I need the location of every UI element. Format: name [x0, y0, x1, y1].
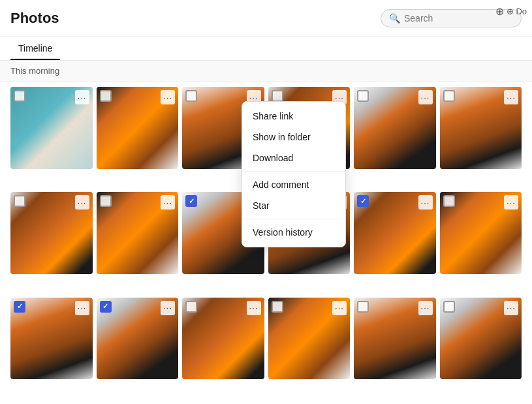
photo-checkbox-checked[interactable] — [357, 195, 369, 207]
photo-checkbox[interactable] — [443, 301, 455, 313]
search-icon: 🔍 — [389, 13, 400, 23]
context-menu-item-share-link[interactable]: Share link — [242, 106, 345, 127]
photo-item[interactable]: ··· — [354, 298, 436, 380]
photo-checkbox[interactable] — [100, 90, 112, 102]
photo-menu-btn[interactable]: ··· — [504, 301, 518, 315]
photo-item[interactable]: ··· — [354, 87, 436, 169]
context-menu-item-version-history[interactable]: Version history — [242, 222, 345, 243]
app-title: Photos — [10, 10, 59, 27]
photo-checkbox-checked[interactable] — [100, 301, 112, 313]
photo-menu-btn[interactable]: ··· — [418, 90, 433, 104]
photo-checkbox-checked[interactable] — [14, 301, 25, 313]
photo-checkbox-checked[interactable] — [185, 195, 197, 207]
photo-checkbox[interactable] — [272, 301, 283, 313]
photo-item[interactable]: ··· — [440, 298, 522, 380]
photo-checkbox[interactable] — [357, 301, 369, 313]
photo-checkbox[interactable] — [14, 195, 25, 207]
photo-checkbox[interactable] — [272, 90, 283, 102]
photo-item[interactable]: ··· — [182, 298, 264, 380]
photo-checkbox[interactable] — [357, 90, 369, 102]
photo-item-selected[interactable]: ··· — [354, 192, 436, 274]
photo-menu-btn[interactable]: ··· — [332, 301, 347, 315]
photo-checkbox[interactable] — [185, 90, 197, 102]
context-menu-item-download[interactable]: Download — [242, 148, 345, 168]
photo-item[interactable]: ··· — [440, 192, 522, 274]
context-menu-divider — [242, 171, 345, 172]
photo-checkbox[interactable] — [443, 90, 455, 102]
context-menu-item-show-in-folder[interactable]: Show in folder — [242, 127, 345, 148]
section-label-this-morning: This morning — [0, 61, 532, 82]
do-button-label: ⊕ Do — [507, 7, 527, 16]
tab-timeline[interactable]: Timeline — [10, 38, 60, 60]
photo-menu-btn[interactable]: ··· — [75, 301, 89, 315]
context-menu: Share link Show in folder Download Add c… — [242, 101, 346, 247]
photo-menu-btn[interactable]: ··· — [418, 301, 433, 315]
photo-checkbox[interactable] — [443, 195, 455, 207]
photo-item[interactable]: ··· — [268, 298, 351, 380]
photo-menu-btn[interactable]: ··· — [504, 90, 518, 104]
photo-item[interactable]: ··· — [97, 192, 179, 274]
photo-item-selected[interactable]: ··· — [10, 298, 93, 380]
photo-menu-btn[interactable]: ··· — [504, 195, 518, 210]
circle-plus-icon: ⊕ — [495, 5, 504, 18]
photo-checkbox[interactable] — [14, 90, 25, 102]
photo-menu-btn[interactable]: ··· — [75, 90, 89, 104]
context-menu-item-add-comment[interactable]: Add comment — [242, 174, 345, 195]
photo-checkbox[interactable] — [100, 195, 112, 207]
photo-item[interactable]: ··· — [10, 87, 93, 169]
do-button[interactable]: ⊕ ⊕ Do — [490, 3, 532, 20]
photo-menu-btn[interactable]: ··· — [247, 301, 261, 315]
context-menu-item-star[interactable]: Star — [242, 195, 345, 216]
photo-menu-btn[interactable]: ··· — [161, 90, 175, 104]
photo-menu-btn[interactable]: ··· — [161, 301, 175, 315]
context-menu-divider-2 — [242, 219, 345, 219]
nav-tabs: Timeline — [0, 37, 532, 61]
photo-item-selected[interactable]: ··· — [97, 298, 179, 380]
photo-menu-btn[interactable]: ··· — [418, 195, 433, 210]
photo-item[interactable]: ··· — [440, 87, 522, 169]
top-bar: Photos 🔍 — [0, 0, 532, 37]
photo-checkbox[interactable] — [185, 301, 197, 313]
photo-item[interactable]: ··· — [10, 192, 93, 274]
photo-menu-btn[interactable]: ··· — [161, 195, 175, 210]
photo-menu-btn[interactable]: ··· — [75, 195, 89, 210]
photo-item[interactable]: ··· — [97, 87, 179, 169]
